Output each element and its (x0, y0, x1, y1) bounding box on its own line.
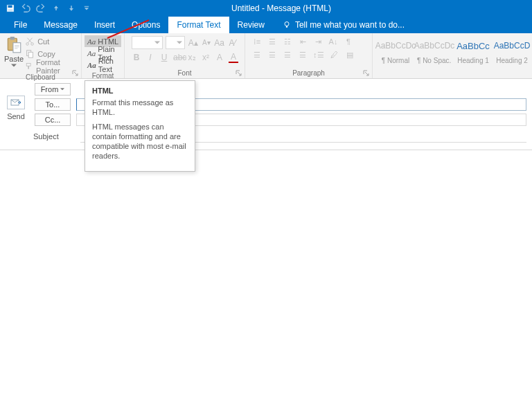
tab-format-text[interactable]: Format Text (168, 17, 229, 33)
chevron-down-icon (60, 88, 64, 91)
ribbon-tabs: File Message Insert Options Format Text … (0, 17, 532, 33)
dialog-launcher-icon[interactable] (236, 70, 242, 77)
group-label-clipboard: Clipboard (0, 73, 81, 82)
svg-point-16 (31, 43, 34, 46)
superscript-button[interactable]: x² (201, 53, 211, 62)
save-icon[interactable] (4, 2, 17, 15)
italic-button[interactable]: I (145, 53, 155, 62)
redo-icon[interactable] (35, 2, 47, 15)
up-arrow-icon[interactable] (50, 2, 62, 15)
cut-button[interactable]: Cut (25, 36, 78, 47)
group-format: AaHTML AaPlain Text AaRich Text Format (82, 33, 125, 78)
paintbrush-icon (25, 62, 33, 71)
style-name: Heading 1 (456, 57, 490, 64)
tooltip-line2: HTML messages can contain formatting and… (92, 122, 188, 161)
align-right-button[interactable]: ☰ (283, 51, 292, 60)
message-body[interactable] (0, 150, 532, 357)
from-button[interactable]: From (35, 83, 71, 96)
group-label-paragraph: Paragraph (245, 69, 372, 78)
chevron-down-icon (154, 40, 160, 46)
style-preview: AaBbCcDc (414, 36, 455, 55)
to-button[interactable]: To... (35, 98, 71, 111)
font-name-combo[interactable] (132, 36, 163, 49)
change-case-button[interactable]: Aa (214, 38, 224, 48)
font-color-button[interactable]: A (229, 52, 238, 63)
quick-access-toolbar (0, 2, 93, 15)
svg-rect-12 (15, 45, 19, 46)
show-marks-button[interactable]: ¶ (344, 37, 353, 46)
copy-icon (25, 49, 35, 59)
tell-me-label: Tell me what you want to do... (295, 20, 405, 30)
tell-me-search[interactable]: Tell me what you want to do... (273, 17, 405, 33)
chevron-down-icon (11, 64, 17, 68)
bullets-button[interactable]: ⁞≡ (252, 37, 262, 46)
justify-button[interactable]: ☰ (298, 51, 308, 60)
shading-button[interactable]: 🖊 (330, 51, 339, 60)
cut-label: Cut (37, 37, 49, 46)
dialog-launcher-icon[interactable] (72, 70, 79, 77)
align-left-button[interactable]: ☰ (252, 51, 262, 60)
bold-button[interactable]: B (132, 53, 141, 62)
style-preview: AaBbCcD (494, 36, 531, 55)
window-titlebar: Untitled - Message (HTML) (0, 0, 532, 17)
style-no-spacing[interactable]: AaBbCcDc ¶ No Spac... (417, 36, 452, 64)
svg-rect-14 (15, 48, 17, 48)
format-rich-button[interactable]: AaRich Text (85, 59, 121, 71)
line-spacing-button[interactable]: ↕☰ (313, 51, 324, 60)
style-preview: AaBbCc (456, 36, 490, 55)
style-heading-1[interactable]: AaBbCc Heading 1 (456, 36, 490, 64)
svg-rect-4 (55, 8, 57, 10)
clear-format-button[interactable]: A∕ (227, 38, 238, 48)
send-button[interactable] (7, 96, 25, 109)
send-label: Send (7, 112, 25, 120)
paste-icon (5, 36, 23, 54)
multilevel-button[interactable]: ☷ (283, 37, 292, 46)
grow-font-button[interactable]: A▴ (188, 38, 198, 48)
tooltip-title: HTML (92, 87, 188, 95)
style-normal[interactable]: AaBbCcDc ¶ Normal (378, 36, 413, 64)
qat-customize-icon[interactable] (80, 2, 93, 15)
tooltip-line1: Format this message as HTML. (92, 98, 188, 118)
borders-button[interactable]: ▤ (345, 51, 355, 60)
paste-button[interactable]: Paste (3, 35, 25, 68)
lightbulb-icon (283, 21, 291, 29)
scissors-icon (25, 37, 35, 46)
cc-button[interactable]: Cc... (35, 114, 71, 126)
style-heading-2[interactable]: AaBbCcD Heading 2 (495, 36, 529, 64)
underline-button[interactable]: U (159, 53, 169, 62)
paste-label: Paste (4, 55, 24, 63)
font-size-combo[interactable] (166, 36, 185, 49)
tab-file[interactable]: File (6, 17, 35, 33)
ribbon: Paste Cut Copy Format Painter Clipboard (0, 33, 532, 79)
tab-insert[interactable]: Insert (86, 17, 123, 33)
group-styles: AaBbCcDc ¶ Normal AaBbCcDc ¶ No Spac... … (373, 33, 532, 78)
copy-label: Copy (37, 50, 55, 58)
tab-options[interactable]: Options (123, 17, 168, 33)
svg-rect-10 (10, 37, 15, 39)
envelope-arrow-icon (10, 98, 21, 107)
down-arrow-icon[interactable] (65, 2, 78, 15)
style-name: ¶ Normal (378, 57, 413, 64)
svg-rect-11 (13, 43, 21, 53)
tab-message[interactable]: Message (35, 17, 86, 33)
numbering-button[interactable]: ☰ (267, 37, 277, 46)
subscript-button[interactable]: x₂ (187, 53, 197, 62)
format-rich-label: Rich Text (98, 57, 118, 73)
shrink-font-button[interactable]: A▾ (201, 39, 211, 46)
sort-button[interactable]: A↓ (328, 37, 338, 46)
undo-icon[interactable] (19, 2, 32, 15)
align-center-button[interactable]: ☰ (267, 51, 277, 60)
svg-rect-13 (15, 46, 19, 47)
svg-rect-8 (286, 26, 287, 28)
tab-review[interactable]: Review (229, 17, 273, 33)
group-label-font: Font (125, 69, 245, 78)
from-label: From (41, 85, 59, 93)
compose-header: Send From To... Cc... Su (0, 79, 532, 126)
strike-button[interactable]: abc (173, 53, 183, 62)
svg-point-7 (285, 22, 289, 26)
increase-indent-button[interactable]: ⇥ (313, 37, 323, 46)
dialog-launcher-icon[interactable] (363, 70, 370, 77)
highlight-button[interactable]: A (215, 53, 224, 62)
format-painter-button[interactable]: Format Painter (25, 61, 78, 72)
decrease-indent-button[interactable]: ⇤ (298, 37, 308, 46)
